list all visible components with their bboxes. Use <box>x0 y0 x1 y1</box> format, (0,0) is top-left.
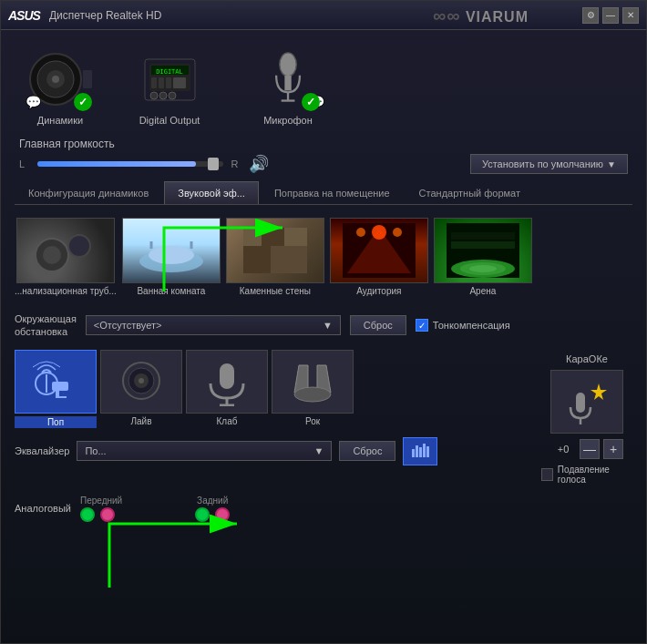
eq-select-arrow: ▼ <box>314 445 324 456</box>
equalizer-select[interactable]: По... ▼ <box>77 441 332 461</box>
volume-row: L R 🔊 Установить по умолчанию ▼ <box>19 154 628 174</box>
svg-rect-53 <box>419 447 422 457</box>
analog-back-ports <box>195 507 230 522</box>
speakers-label: Динамики <box>37 115 83 126</box>
svg-rect-42 <box>59 396 67 398</box>
svg-rect-47 <box>220 363 234 389</box>
svg-rect-24 <box>149 246 194 264</box>
karaoke-pitch-row: +0 — + <box>550 439 623 459</box>
sfx-rock[interactable]: Рок <box>272 350 354 428</box>
tab-config[interactable]: Конфигурация динамиков <box>15 181 162 204</box>
effect-pipes-label: ...нализационная труб... <box>15 286 117 296</box>
equalizer-row: Эквалайзер По... ▼ Сброс <box>15 434 541 469</box>
eq-label: Эквалайзер <box>15 445 69 456</box>
analog-back: Задний <box>195 496 230 522</box>
svg-point-7 <box>150 92 158 99</box>
svg-rect-13 <box>159 77 164 88</box>
minimize-btn[interactable]: — <box>602 7 619 24</box>
svg-point-30 <box>372 225 386 240</box>
default-btn-label: Установить по умолчанию <box>482 158 603 169</box>
sfx-pop-icon <box>15 350 97 414</box>
eq-reset-btn[interactable]: Сброс <box>339 441 395 461</box>
effect-stage-label: Аудитория <box>356 286 401 296</box>
asus-logo: ASUS <box>8 8 40 23</box>
digital-icon-wrapper: DIGITAL <box>133 47 206 111</box>
effect-stone-thumb <box>226 218 324 283</box>
effect-stage[interactable]: Аудитория <box>330 218 428 296</box>
environment-select[interactable]: <Отсутствует> ▼ <box>86 315 341 335</box>
port-back-pink[interactable] <box>215 507 230 522</box>
environment-reset-btn[interactable]: Сброс <box>350 315 406 335</box>
effect-bath-label: Ванная комната <box>137 286 205 296</box>
volume-icon[interactable]: 🔊 <box>249 154 269 174</box>
svg-rect-38 <box>451 232 515 240</box>
sfx-rock-icon <box>272 350 354 414</box>
svg-rect-15 <box>173 77 186 88</box>
settings-btn[interactable]: ⚙ <box>582 7 599 24</box>
volume-section-label: Главная громкость <box>19 138 628 150</box>
volume-fill <box>37 161 196 167</box>
svg-point-50 <box>294 387 331 402</box>
voice-suppress-checkbox[interactable] <box>541 468 553 481</box>
karaoke-plus-btn[interactable]: + <box>603 439 623 459</box>
svg-rect-17 <box>284 76 291 91</box>
karaoke-minus-btn[interactable]: — <box>580 439 600 459</box>
speakers-chat-icon: 💬 <box>26 95 41 109</box>
sfx-club[interactable]: Клаб <box>186 350 268 428</box>
volume-slider[interactable] <box>37 161 223 167</box>
svg-rect-51 <box>412 449 415 457</box>
speakers-icon-wrapper: 💬 ✓ <box>24 47 97 111</box>
svg-point-22 <box>68 235 90 257</box>
karaoke-pitch-value: +0 <box>550 444 576 455</box>
tab-effects[interactable]: Звуковой эф... <box>164 181 259 204</box>
svg-point-21 <box>43 246 61 264</box>
svg-rect-37 <box>451 241 515 249</box>
effect-stone[interactable]: Каменные стены <box>226 218 324 296</box>
speakers-active-badge: ✓ <box>74 93 92 111</box>
sfx-pop[interactable]: Поп <box>15 350 97 428</box>
svg-rect-54 <box>423 444 426 457</box>
eq-bars-btn[interactable] <box>403 437 437 465</box>
device-digital[interactable]: DIGITAL Digital Output <box>133 47 206 126</box>
volume-left-label: L <box>19 158 30 169</box>
effect-arena[interactable]: Арена <box>434 218 532 296</box>
tonecomp-check[interactable]: ✓ Тонкомпенсация <box>416 319 510 332</box>
digital-icon: DIGITAL <box>140 55 200 105</box>
effect-bath-thumb <box>122 218 221 283</box>
svg-rect-52 <box>416 445 418 457</box>
device-microphone[interactable]: 💬 ✓ Микрофон <box>252 47 324 126</box>
svg-point-3 <box>52 76 59 83</box>
port-back-green[interactable] <box>195 507 210 522</box>
svg-point-32 <box>393 228 402 237</box>
port-front-green[interactable] <box>80 507 95 522</box>
svg-point-8 <box>159 92 167 99</box>
sfx-live-icon <box>100 350 182 414</box>
port-front-pink[interactable] <box>100 507 115 522</box>
device-speakers[interactable]: 💬 ✓ Динамики <box>24 47 97 126</box>
effect-pipes[interactable]: ...нализационная труб... <box>15 218 117 296</box>
env-select-arrow: ▼ <box>323 320 333 331</box>
close-btn[interactable]: ✕ <box>622 7 639 24</box>
sfx-live-label: Лайв <box>130 416 151 426</box>
sfx-main: Поп Лайв Клаб <box>15 350 541 485</box>
sfx-live[interactable]: Лайв <box>100 350 182 428</box>
main-window: ASUS Диспетчер Realtek HD ∞∞ VIARUM ⚙ — … <box>0 0 647 644</box>
default-button[interactable]: Установить по умолчанию ▼ <box>470 154 628 174</box>
title-bar: ASUS Диспетчер Realtek HD ∞∞ VIARUM ⚙ — … <box>1 1 646 30</box>
voice-suppress-row: Подавление голоса <box>541 465 632 485</box>
svg-rect-12 <box>151 77 157 88</box>
env-select-value: <Отсутствует> <box>94 320 162 331</box>
tonecomp-checkbox[interactable]: ✓ <box>416 319 428 332</box>
effect-bath[interactable]: Ванная комната <box>122 218 221 296</box>
tab-room[interactable]: Поправка на помещение <box>261 181 404 204</box>
svg-rect-56 <box>576 393 585 413</box>
sfx-club-label: Клаб <box>217 416 238 426</box>
svg-text:DIGITAL: DIGITAL <box>156 68 183 76</box>
analog-front: Передний <box>80 496 122 522</box>
environment-row: Окружающая обстановка <Отсутствует> ▼ Сб… <box>15 309 632 342</box>
analog-back-label: Задний <box>195 496 230 506</box>
karaoke-icon-box <box>550 370 623 434</box>
volume-thumb[interactable] <box>208 158 219 170</box>
svg-point-31 <box>356 228 365 237</box>
tab-format[interactable]: Стандартный формат <box>406 181 534 204</box>
